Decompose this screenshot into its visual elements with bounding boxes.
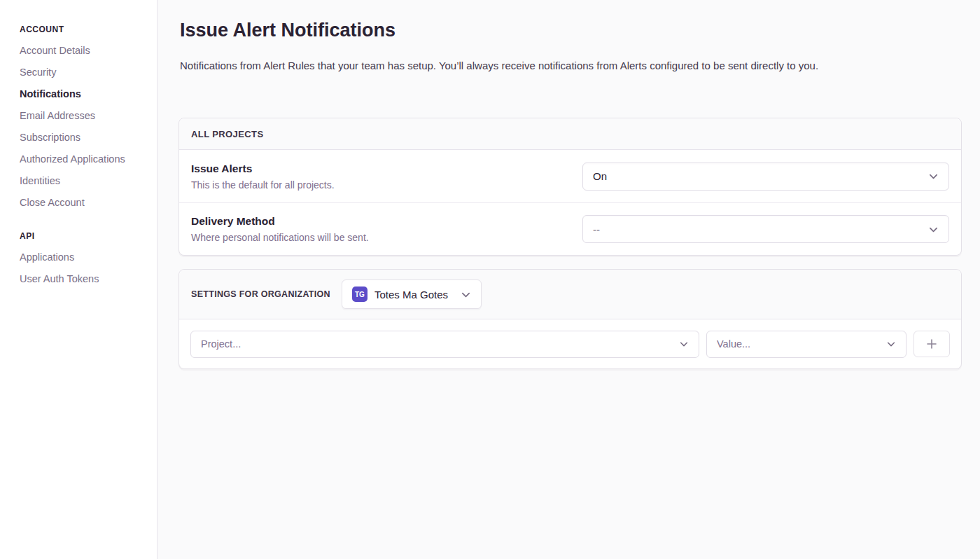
sidebar-heading-api: API: [20, 230, 157, 242]
chevron-down-icon: [928, 224, 939, 235]
page-subtitle: Notifications from Alert Rules that your…: [180, 59, 962, 73]
issue-alerts-row: Issue Alerts This is the default for all…: [179, 150, 961, 202]
sidebar-section-api: API Applications User Auth Tokens: [20, 230, 157, 289]
sidebar-heading-account: ACCOUNT: [20, 23, 157, 36]
add-rule-button[interactable]: [913, 331, 950, 357]
organization-panel-header: SETTINGS FOR ORGANIZATION TG Totes Ma Go…: [179, 270, 961, 319]
sidebar-item-notifications[interactable]: Notifications: [20, 83, 157, 104]
delivery-method-select-value: --: [593, 223, 600, 235]
project-select-placeholder: Project...: [201, 338, 241, 350]
sidebar-item-user-auth-tokens[interactable]: User Auth Tokens: [20, 268, 157, 289]
sidebar-item-security[interactable]: Security: [20, 61, 157, 83]
organization-avatar: TG: [352, 287, 368, 302]
chevron-down-icon: [886, 339, 896, 349]
chevron-down-icon: [679, 339, 689, 349]
all-projects-panel-header: ALL PROJECTS: [179, 118, 961, 150]
all-projects-panel: ALL PROJECTS Issue Alerts This is the de…: [178, 118, 962, 256]
sidebar-item-account-details[interactable]: Account Details: [20, 39, 157, 61]
sidebar-item-close-account[interactable]: Close Account: [20, 191, 157, 213]
value-select[interactable]: Value...: [706, 331, 906, 358]
issue-alerts-label: Issue Alerts: [191, 163, 582, 175]
issue-alerts-select[interactable]: On: [582, 163, 949, 191]
issue-alerts-text: Issue Alerts This is the default for all…: [191, 163, 582, 191]
organization-select[interactable]: TG Totes Ma Gotes: [342, 280, 482, 309]
sidebar-item-email-addresses[interactable]: Email Addresses: [20, 104, 157, 126]
issue-alerts-description: This is the default for all projects.: [191, 179, 582, 191]
settings-sidebar: ACCOUNT Account Details Security Notific…: [0, 0, 158, 559]
issue-alerts-select-value: On: [593, 170, 607, 182]
sidebar-item-applications[interactable]: Applications: [20, 246, 157, 268]
delivery-method-select[interactable]: --: [582, 215, 949, 243]
delivery-method-text: Delivery Method Where personal notificat…: [191, 215, 582, 243]
delivery-method-row: Delivery Method Where personal notificat…: [179, 202, 961, 255]
delivery-method-description: Where personal notifications will be sen…: [191, 232, 582, 243]
chevron-down-icon: [461, 289, 471, 300]
main-content: Issue Alert Notifications Notifications …: [158, 0, 980, 559]
sidebar-item-identities[interactable]: Identities: [20, 170, 157, 191]
plus-icon: [925, 338, 938, 350]
organization-panel: SETTINGS FOR ORGANIZATION TG Totes Ma Go…: [178, 269, 962, 369]
chevron-down-icon: [928, 171, 939, 181]
project-fine-tune-row: Project... Value...: [179, 319, 961, 368]
delivery-method-label: Delivery Method: [191, 215, 582, 228]
value-select-placeholder: Value...: [717, 338, 750, 350]
sidebar-item-subscriptions[interactable]: Subscriptions: [20, 126, 157, 148]
organization-header-label: SETTINGS FOR ORGANIZATION: [191, 289, 330, 299]
page-title: Issue Alert Notifications: [180, 17, 962, 43]
sidebar-item-authorized-applications[interactable]: Authorized Applications: [20, 148, 157, 170]
organization-name: Totes Ma Gotes: [374, 289, 448, 301]
sidebar-section-account: ACCOUNT Account Details Security Notific…: [20, 23, 157, 213]
project-select[interactable]: Project...: [190, 331, 699, 358]
